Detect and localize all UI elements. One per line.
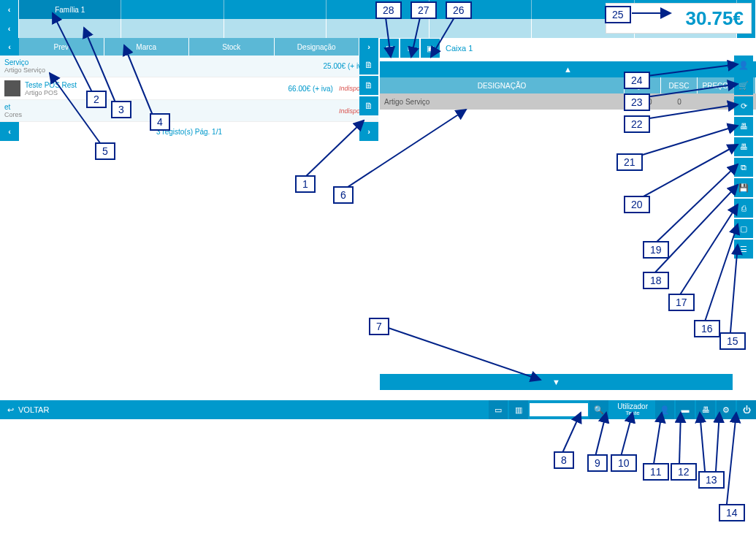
- back-icon: ↩: [7, 405, 14, 415]
- svg-line-19: [654, 185, 738, 274]
- svg-line-13: [700, 413, 705, 471]
- svg-line-20: [654, 164, 738, 245]
- svg-line-10: [621, 413, 633, 456]
- svg-line-7: [380, 325, 541, 380]
- cart-item-desc: 0: [661, 93, 698, 110]
- anno-26: 26: [446, 1, 472, 19]
- svg-line-14: [727, 413, 736, 504]
- expand-up[interactable]: ▲: [380, 61, 756, 77]
- collapse-down[interactable]: ▼: [380, 374, 733, 390]
- power-icon[interactable]: ⏻: [737, 400, 756, 419]
- anno-7: 7: [369, 318, 389, 335]
- doc-icon-2[interactable]: 🗎: [359, 76, 378, 95]
- svg-line-17: [705, 224, 738, 321]
- family-tab-2[interactable]: [121, 0, 224, 19]
- user-icon[interactable]: 👤: [734, 56, 753, 74]
- subfamily-tab-2[interactable]: [121, 19, 224, 38]
- barcode-icon[interactable]: ⧈: [400, 39, 419, 58]
- cart-item-name: Artigo Serviço: [380, 93, 625, 110]
- anno-22: 22: [624, 115, 650, 133]
- anno-13: 13: [698, 471, 725, 489]
- product-sub: Artigo POS: [25, 89, 289, 96]
- col-desig[interactable]: Designação: [275, 38, 360, 56]
- product-thumb: [4, 80, 20, 96]
- doc-icon-1[interactable]: 🗎: [359, 56, 378, 74]
- anno-6: 6: [333, 186, 354, 204]
- family-tab-1[interactable]: Família 1: [19, 0, 121, 19]
- caixa-label: Caixa 1: [446, 44, 473, 53]
- anno-18: 18: [643, 272, 669, 289]
- product-row[interactable]: Serviço Artigo Serviço 25.00€ (+ iva): [0, 56, 378, 77]
- total-amount: 30.75€: [685, 7, 744, 30]
- footer-prev[interactable]: ‹: [0, 122, 19, 141]
- anno-8: 8: [554, 451, 574, 469]
- anno-9: 9: [587, 454, 608, 472]
- anno-21: 21: [616, 153, 643, 171]
- anno-24: 24: [624, 72, 650, 89]
- anno-16: 16: [694, 320, 720, 337]
- save-icon[interactable]: 💾: [734, 178, 753, 197]
- printer-bottom-icon[interactable]: 🖶: [696, 400, 715, 419]
- family-tab-3[interactable]: [224, 0, 327, 19]
- product-name: Teste POS Rest: [25, 81, 289, 89]
- col-marca[interactable]: Marca: [104, 38, 190, 56]
- subfamily-prev[interactable]: ‹: [0, 19, 19, 38]
- cart-row[interactable]: Artigo Serviço 1.000 0 25.00: [380, 93, 756, 110]
- anno-11: 11: [643, 463, 669, 481]
- svg-line-15: [716, 413, 719, 471]
- search-input[interactable]: [530, 403, 588, 416]
- user-box[interactable]: Utilizador Teste: [611, 402, 654, 417]
- family-prev[interactable]: ‹: [0, 0, 19, 19]
- anno-19: 19: [643, 241, 669, 259]
- cart-col-desig: DESIGNAÇÃO: [380, 77, 625, 93]
- product-row[interactable]: et Cores Indisponível: [0, 100, 378, 122]
- subfamily-tab-4[interactable]: [327, 19, 429, 38]
- receipt-icon[interactable]: ▤: [380, 39, 399, 58]
- footer-next[interactable]: ›: [359, 122, 378, 141]
- doc-icon-3[interactable]: 🗎: [359, 96, 378, 115]
- product-price: 66.00€ (+ iva): [289, 85, 333, 93]
- list-prev-page[interactable]: ‹: [0, 38, 19, 56]
- anno-25: 25: [605, 6, 631, 23]
- subfamily-tab-1[interactable]: [19, 19, 121, 38]
- product-row[interactable]: Teste POS Rest Artigo POS 66.00€ (+ iva)…: [0, 77, 378, 100]
- subfamily-tab-5[interactable]: [429, 19, 532, 38]
- anno-12: 12: [671, 463, 697, 481]
- print-icon-2[interactable]: 🖶: [734, 137, 753, 156]
- anno-4: 4: [150, 113, 170, 131]
- anno-3: 3: [111, 101, 131, 118]
- user2-icon[interactable]: 👤: [655, 400, 674, 419]
- anno-14: 14: [719, 504, 745, 521]
- user-name: Teste: [617, 410, 648, 417]
- search-icon[interactable]: 🔍: [589, 400, 608, 419]
- config-icon[interactable]: ⚙: [717, 400, 736, 419]
- wallet-icon[interactable]: ▬: [676, 400, 695, 419]
- anno-10: 10: [611, 454, 637, 472]
- anno-2: 2: [86, 91, 107, 108]
- cart-icon[interactable]: 🛒: [734, 76, 753, 95]
- pager-text: 3 registo(s) Pág. 1/1: [19, 128, 359, 136]
- anno-17: 17: [668, 294, 695, 311]
- terminal-icon[interactable]: ▣: [421, 39, 440, 58]
- anno-5: 5: [95, 142, 115, 160]
- card-icon[interactable]: ▭: [489, 400, 508, 419]
- back-button[interactable]: ↩ VOLTAR: [0, 405, 56, 415]
- payment-icon[interactable]: ⎙: [734, 199, 753, 218]
- print-icon-1[interactable]: 🖶: [734, 117, 753, 136]
- anno-28: 28: [375, 1, 402, 19]
- col-prev[interactable]: Prev: [19, 38, 104, 56]
- list-icon[interactable]: ☰: [734, 240, 753, 259]
- barcode-bottom-icon[interactable]: ▥: [509, 400, 528, 419]
- refresh-icon[interactable]: ⟳: [734, 96, 753, 115]
- device-icon[interactable]: ▢: [734, 219, 753, 238]
- list-next-page[interactable]: ›: [359, 38, 378, 56]
- calculator-icon[interactable]: ⧉: [734, 158, 753, 177]
- family-tab-5[interactable]: [429, 0, 532, 19]
- svg-line-21: [635, 145, 738, 201]
- subfamily-tab-3[interactable]: [224, 19, 327, 38]
- product-name: et: [4, 103, 333, 111]
- col-stock[interactable]: Stock: [189, 38, 275, 56]
- anno-23: 23: [624, 93, 650, 111]
- anno-15: 15: [719, 332, 746, 350]
- svg-line-11: [654, 413, 662, 464]
